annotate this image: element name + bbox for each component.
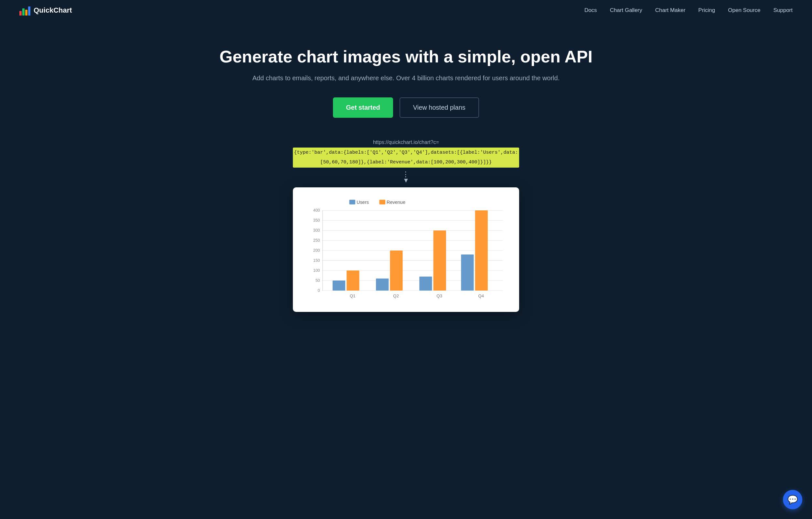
nav-menu: Docs Chart Gallery Chart Maker Pricing O… (584, 7, 792, 13)
svg-text:50: 50 (316, 279, 320, 283)
svg-rect-3 (28, 6, 30, 16)
brand-name: QuickChart (34, 6, 72, 15)
url-line: https://quickchart.io/chart?c={type:'bar… (293, 137, 519, 168)
view-hosted-plans-button[interactable]: View hosted plans (400, 98, 479, 118)
nav-pricing[interactable]: Pricing (698, 7, 715, 13)
chat-button[interactable]: 💬 (783, 490, 802, 509)
svg-text:Q1: Q1 (350, 294, 355, 298)
get-started-button[interactable]: Get started (333, 98, 393, 118)
nav-support[interactable]: Support (773, 7, 792, 13)
svg-text:Revenue: Revenue (386, 200, 405, 205)
navbar: QuickChart Docs Chart Gallery Chart Make… (0, 0, 812, 21)
nav-chart-gallery[interactable]: Chart Gallery (610, 7, 642, 13)
hero-buttons: Get started View hosted plans (6, 98, 806, 118)
svg-text:Q4: Q4 (478, 294, 484, 298)
bar-q2-revenue (390, 251, 402, 291)
chat-icon: 💬 (787, 495, 798, 505)
url-params: {type:'bar',data:{labels:['Q1','Q2','Q3'… (293, 147, 519, 168)
svg-text:0: 0 (318, 289, 320, 293)
svg-text:350: 350 (313, 218, 320, 223)
svg-rect-4 (349, 200, 355, 204)
chart-svg-wrapper: Users Revenue 0 50 100 150 200 (302, 197, 510, 305)
logo-svg (20, 5, 30, 16)
svg-rect-6 (379, 200, 385, 204)
svg-text:400: 400 (313, 209, 320, 213)
hero-title: Generate chart images with a simple, ope… (6, 47, 806, 67)
svg-text:Q2: Q2 (393, 294, 399, 298)
url-demo-area: https://quickchart.io/chart?c={type:'bar… (6, 137, 806, 168)
svg-text:Users: Users (356, 200, 369, 205)
svg-text:300: 300 (313, 228, 320, 233)
svg-rect-0 (20, 11, 22, 16)
svg-text:150: 150 (313, 258, 320, 263)
svg-text:200: 200 (313, 248, 320, 253)
logo-icon (20, 5, 30, 16)
hero-subtitle: Add charts to emails, reports, and anywh… (6, 75, 806, 82)
chart-container: Users Revenue 0 50 100 150 200 (293, 187, 519, 311)
nav-chart-maker[interactable]: Chart Maker (655, 7, 686, 13)
svg-rect-2 (25, 10, 27, 16)
nav-docs[interactable]: Docs (584, 7, 597, 13)
nav-open-source[interactable]: Open Source (728, 7, 760, 13)
url-base: https://quickchart.io/chart?c= (373, 137, 439, 147)
bar-q1-users (332, 280, 345, 291)
svg-text:Q3: Q3 (436, 294, 442, 298)
svg-text:100: 100 (313, 269, 320, 273)
logo-link[interactable]: QuickChart (20, 5, 72, 16)
bar-q4-users (461, 255, 473, 291)
bar-q3-revenue (433, 231, 446, 291)
bar-q3-users (419, 277, 432, 291)
bar-chart-svg: Users Revenue 0 50 100 150 200 (302, 197, 510, 304)
bar-q4-revenue (475, 211, 488, 291)
arrow-down: ⋮ ▼ (6, 171, 806, 184)
svg-rect-1 (22, 8, 25, 16)
bar-q2-users (376, 279, 388, 291)
bar-q1-revenue (347, 271, 359, 291)
chevron-down-icon: ▼ (403, 177, 409, 184)
hero-section: Generate chart images with a simple, ope… (0, 21, 812, 325)
svg-text:250: 250 (313, 239, 320, 243)
